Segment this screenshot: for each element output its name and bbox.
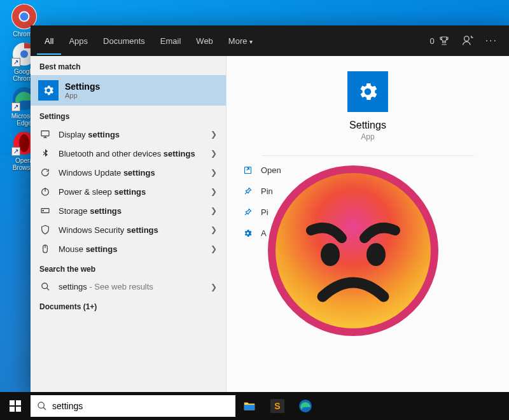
chevron-right-icon: ❯ (211, 225, 217, 234)
result-text: Power & sleep settings (59, 187, 203, 197)
settings-result[interactable]: Windows Update settings❯ (31, 163, 226, 182)
section-best-match: Best match (31, 56, 226, 75)
update-icon (39, 167, 51, 178)
tab-documents[interactable]: Documents (95, 27, 153, 55)
chevron-down-icon: ▾ (249, 38, 253, 45)
tab-web[interactable]: Web (188, 27, 221, 55)
taskbar: S (0, 392, 509, 420)
tab-email[interactable]: Email (153, 27, 189, 55)
result-text: Display settings (59, 130, 203, 139)
results-column: Best match Settings App Settings Display… (31, 56, 227, 392)
best-match-result[interactable]: Settings App (31, 75, 226, 106)
gear-icon (38, 80, 59, 101)
divider (262, 155, 474, 156)
chevron-right-icon: ❯ (211, 187, 217, 196)
search-icon (37, 401, 47, 411)
open-icon (242, 165, 253, 175)
svg-line-20 (46, 288, 49, 290)
mouse-icon (39, 244, 51, 254)
bluetooth-icon (39, 148, 51, 158)
start-button[interactable] (0, 392, 31, 420)
angry-face-emoji (264, 162, 442, 340)
settings-result[interactable]: Power & sleep settings❯ (31, 182, 226, 201)
tab-all[interactable]: All (37, 27, 61, 55)
svg-point-19 (41, 283, 47, 289)
chevron-right-icon: ❯ (211, 206, 217, 215)
power-icon (39, 186, 51, 197)
svg-point-8 (19, 134, 29, 152)
taskbar-search-box[interactable] (31, 395, 235, 417)
best-match-title: Settings (65, 81, 100, 92)
svg-point-3 (20, 13, 29, 21)
chevron-right-icon: ❯ (211, 168, 217, 177)
web-result-text: settings - See web results (59, 282, 203, 291)
pin-icon (242, 207, 253, 217)
search-input[interactable] (52, 401, 229, 411)
result-text: Mouse settings (59, 244, 203, 254)
shield-icon (39, 225, 51, 235)
rewards-count: 0 (429, 36, 434, 46)
edge-icon (298, 399, 312, 413)
tab-apps[interactable]: Apps (61, 27, 95, 55)
result-text: Bluetooth and other devices settings (59, 149, 203, 158)
svg-point-25 (366, 243, 386, 266)
sublime-icon: S (270, 399, 284, 413)
svg-point-9 (464, 36, 469, 41)
gear-icon (242, 228, 253, 238)
svg-point-23 (275, 173, 431, 328)
result-text: Windows Update settings (59, 168, 203, 178)
monitor-icon (39, 129, 51, 139)
settings-result[interactable]: Display settings❯ (31, 125, 226, 144)
windows-logo-icon (10, 400, 21, 412)
result-text: Storage settings (59, 206, 203, 216)
section-web: Search the web (31, 258, 226, 277)
settings-result[interactable]: Bluetooth and other devices settings❯ (31, 144, 226, 163)
trophy-icon (438, 35, 450, 46)
settings-result[interactable]: Mouse settings❯ (31, 239, 226, 258)
svg-point-5 (20, 50, 28, 58)
section-documents: Documents (1+) (31, 296, 226, 315)
chevron-right-icon: ❯ (211, 130, 217, 139)
best-match-subtitle: App (65, 92, 100, 99)
chevron-right-icon: ❯ (211, 244, 217, 253)
chevron-right-icon: ❯ (211, 283, 217, 291)
taskbar-app-edge[interactable] (291, 392, 319, 420)
more-options-icon[interactable]: ··· (485, 35, 498, 46)
web-result[interactable]: settings - See web results ❯ (31, 277, 226, 296)
storage-icon (39, 206, 51, 216)
result-text: Windows Security settings (59, 225, 203, 235)
settings-result[interactable]: Storage settings❯ (31, 201, 226, 220)
svg-point-26 (38, 402, 44, 408)
tab-more[interactable]: More▾ (221, 27, 261, 55)
svg-point-24 (321, 243, 340, 266)
search-icon (39, 282, 51, 291)
section-settings: Settings (31, 106, 226, 125)
svg-point-16 (43, 210, 43, 211)
taskbar-app-sublime[interactable]: S (263, 392, 291, 420)
detail-subtitle: App (361, 132, 374, 141)
pin-icon (242, 186, 253, 196)
rewards-badge[interactable]: 0 (429, 35, 449, 46)
gear-icon (347, 71, 388, 112)
svg-rect-10 (41, 131, 49, 136)
chevron-right-icon: ❯ (211, 149, 217, 158)
taskbar-app-explorer[interactable] (235, 392, 263, 420)
settings-result[interactable]: Windows Security settings❯ (31, 220, 226, 239)
svg-line-27 (43, 407, 46, 410)
search-tabs-bar: All Apps Documents Email Web More▾ 0 ··· (31, 25, 509, 56)
feedback-icon[interactable] (461, 34, 474, 47)
detail-title: Settings (349, 120, 386, 131)
file-explorer-icon (242, 399, 256, 413)
